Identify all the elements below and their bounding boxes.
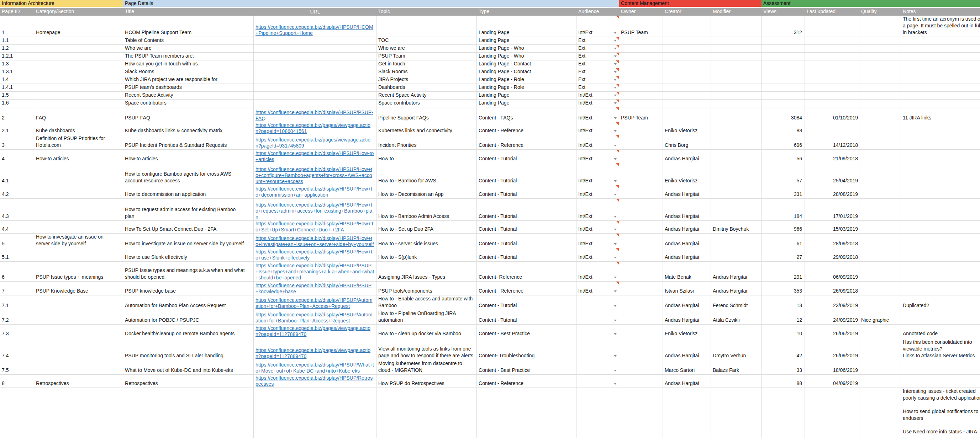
comment-indicator (616, 199, 619, 202)
url-link[interactable]: https://confluence.expedia.biz/display/H… (256, 235, 374, 247)
cell-page-id: 4.4 (0, 221, 34, 233)
url-link[interactable]: https://confluence.expedia.biz/display/H… (256, 249, 372, 260)
cell-audience: Ext (576, 76, 619, 84)
dropdown-arrow-icon[interactable] (614, 95, 617, 96)
dropdown-arrow-icon[interactable] (614, 320, 617, 321)
dropdown-arrow-icon[interactable] (614, 276, 617, 278)
cell-page-id: 3 (0, 135, 34, 150)
dropdown-arrow-icon[interactable] (614, 194, 617, 195)
cell-creator: Andras Hargitai (663, 248, 711, 262)
dropdown-arrow-icon[interactable] (614, 117, 617, 119)
url-link[interactable]: https://confluence.expedia.biz/display/H… (256, 186, 372, 198)
dropdown-arrow-icon[interactable] (614, 130, 617, 132)
cell-title: PSUP Incident Priorities & Standard Requ… (123, 135, 254, 150)
cell-page-id: 1.6 (0, 100, 34, 107)
url-link[interactable]: https://confluence.expedia.biz/pages/vie… (256, 137, 371, 149)
url-link[interactable]: https://confluence.expedia.biz/pages/vie… (256, 348, 371, 359)
cell-topic: JIRA Projects (377, 76, 477, 84)
dropdown-arrow-icon[interactable] (614, 355, 617, 357)
table-row: 7.3Docker health/cleanup on remote Bambo… (0, 325, 980, 338)
url-link[interactable]: https://confluence.expedia.biz/display/H… (256, 24, 373, 36)
dropdown-arrow-icon[interactable] (614, 333, 617, 335)
dropdown-arrow-icon[interactable] (614, 71, 617, 73)
url-link[interactable]: https://confluence.expedia.biz/display/H… (256, 167, 372, 184)
cell-url (254, 388, 377, 438)
cell-views: 184 (762, 199, 805, 221)
cell-category (34, 60, 123, 68)
dropdown-arrow-icon[interactable] (614, 229, 617, 230)
cell-category: How to investigate an issue on server si… (34, 233, 123, 248)
url-link[interactable]: https://confluence.expedia.biz/display/H… (256, 202, 372, 220)
cell-url (254, 52, 377, 60)
cell-type: Content - Tutorial (477, 163, 576, 185)
audience-value: Int/Ext (578, 100, 592, 106)
dropdown-arrow-icon[interactable] (614, 48, 617, 49)
url-link[interactable]: https://confluence.expedia.biz/pages/vie… (256, 325, 371, 337)
url-link[interactable]: https://confluence.expedia.biz/pages/vie… (256, 122, 371, 134)
audience-value: Int/Ext (578, 29, 592, 36)
cell-page-id: 1.2 (0, 45, 34, 52)
dropdown-arrow-icon[interactable] (614, 87, 617, 89)
dropdown-arrow-icon[interactable] (614, 145, 617, 146)
url-link[interactable]: https://confluence.expedia.biz/display/H… (256, 221, 374, 233)
cell-audience: Int/Ext (576, 163, 619, 185)
table-row: 1.1Table of ContentsTOCLanding PageExt (0, 37, 980, 45)
dropdown-arrow-icon[interactable] (614, 180, 617, 182)
dropdown-arrow-icon[interactable] (614, 305, 617, 307)
dropdown-arrow-icon[interactable] (614, 216, 617, 217)
cell-quality (859, 338, 901, 360)
url-link[interactable]: https://confluence.expedia.biz/display/H… (256, 375, 372, 387)
cell-last-updated: 28/09/2018 (805, 233, 859, 248)
cell-owner (619, 60, 663, 68)
cell-page-id: 4.1 (0, 163, 34, 185)
dropdown-arrow-icon[interactable] (614, 63, 617, 65)
dropdown-arrow-icon[interactable] (614, 257, 617, 259)
dropdown-arrow-icon[interactable] (614, 56, 617, 57)
cell-category: Kube dashboards (34, 122, 123, 135)
cell-category (34, 360, 123, 375)
dropdown-arrow-icon[interactable] (614, 158, 617, 160)
cell-modifier (711, 388, 762, 438)
url-link[interactable]: https://confluence.expedia.biz/display/H… (256, 312, 372, 324)
url-link[interactable]: https://confluence.expedia.biz/display/H… (256, 297, 372, 309)
comment-indicator (616, 45, 619, 48)
dropdown-arrow-icon[interactable] (614, 32, 617, 34)
cell-topic: Get in touch (377, 60, 477, 68)
cell-title: The PSUP Team members are: (123, 52, 254, 60)
column-header-notes: Notes (901, 8, 980, 16)
cell-owner (619, 338, 663, 360)
url-link[interactable]: https://confluence.expedia.biz/display/H… (256, 110, 373, 121)
cell-creator: Andras Hargitai (663, 150, 711, 163)
dropdown-arrow-icon[interactable] (614, 40, 617, 41)
url-link[interactable]: https://confluence.expedia.biz/display/H… (256, 282, 372, 294)
cell-title: How to use Slunk effectively (123, 248, 254, 262)
cell-views (762, 92, 805, 100)
cell-audience: Int/Ext (576, 122, 619, 135)
dropdown-arrow-icon[interactable] (614, 383, 617, 385)
cell-topic: PSUP Team (377, 52, 477, 60)
url-link[interactable]: https://confluence.expedia.biz/display/H… (256, 362, 374, 374)
cell-audience: Ext (576, 52, 619, 60)
dropdown-arrow-icon[interactable] (614, 102, 617, 104)
cell-type: Content - Tutorial (477, 248, 576, 262)
cell-notes (901, 248, 980, 262)
cell-audience: Int/Ext (576, 107, 619, 122)
cell-owner (619, 150, 663, 163)
url-link[interactable]: https://confluence.expedia.biz/display/H… (256, 151, 374, 162)
cell-views (762, 45, 805, 52)
cell-url (254, 76, 377, 84)
cell-owner (619, 262, 663, 282)
dropdown-arrow-icon[interactable] (614, 370, 617, 371)
dropdown-arrow-icon[interactable] (614, 290, 617, 292)
url-link[interactable]: https://confluence.expedia.biz/display/H… (256, 263, 374, 281)
cell-views: 3084 (762, 107, 805, 122)
cell-title: How to request admin access for existing… (123, 199, 254, 221)
audience-value: Ext (578, 68, 585, 75)
cell-audience (576, 338, 619, 360)
cell-category (34, 325, 123, 338)
cell-category: Homepage (34, 16, 123, 37)
dropdown-arrow-icon[interactable] (614, 243, 617, 245)
cell-views: 27 (762, 248, 805, 262)
dropdown-arrow-icon[interactable] (614, 79, 617, 81)
audience-value: Int/Ext (578, 156, 592, 162)
